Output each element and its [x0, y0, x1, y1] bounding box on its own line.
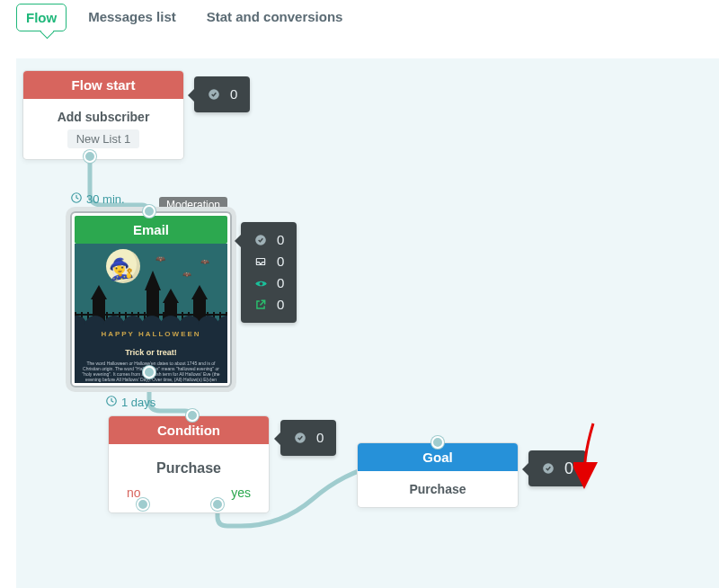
node-email-title: Email — [75, 216, 227, 244]
check-circle-icon — [541, 462, 555, 475]
port-flow-start-out[interactable] — [84, 150, 96, 163]
node-flow-start-title: Flow start — [23, 71, 183, 99]
delay-condition-label: 1 days — [121, 396, 155, 409]
node-goal[interactable]: Goal Purchase — [358, 443, 518, 507]
condition-no-label: no — [127, 486, 141, 500]
delay-email: 30 min. — [70, 192, 125, 207]
stats-condition-count: 0 — [316, 427, 324, 449]
flow-start-list-chip: New List 1 — [67, 129, 140, 148]
stats-flow-start-count: 0 — [230, 84, 237, 105]
node-goal-body: Purchase — [358, 471, 518, 507]
port-goal-in[interactable] — [431, 436, 444, 449]
node-condition-body: Purchase — [109, 444, 269, 482]
node-flow-start[interactable]: Flow start Add subscriber New List 1 — [23, 71, 183, 159]
witch-icon: 🧙‍♀️ — [107, 255, 134, 282]
bat-icon: 🦇 — [182, 271, 191, 279]
email-thumbnail: 🧙‍♀️ 🦇 🦇 🦇 HAPPY HALLOWEEN Trick or trea… — [75, 244, 227, 383]
stats-goal-count: 0 — [564, 458, 573, 479]
svg-point-4 — [259, 281, 262, 285]
check-circle-icon — [293, 432, 307, 444]
condition-label: Purchase — [120, 460, 258, 477]
goal-label: Purchase — [370, 482, 505, 496]
inbox-icon — [253, 255, 268, 268]
delay-condition: 1 days — [105, 395, 155, 410]
flow-start-action: Add subscriber — [36, 110, 171, 124]
moderation-tag: Moderation — [159, 197, 227, 213]
port-condition-yes[interactable] — [211, 498, 224, 511]
condition-footer: no yes — [109, 482, 269, 512]
port-email-in[interactable] — [143, 205, 155, 218]
port-condition-in[interactable] — [186, 409, 199, 422]
tab-flow[interactable]: Flow — [16, 4, 67, 31]
port-condition-no[interactable] — [137, 498, 149, 511]
stats-email: 0 0 0 0 — [241, 222, 297, 323]
check-circle-icon — [207, 88, 221, 101]
email-thumb-banner: HAPPY HALLOWEEN — [75, 330, 227, 338]
bat-icon: 🦇 — [155, 254, 165, 263]
stats-condition: 0 — [280, 420, 336, 456]
stats-flow-start: 0 — [194, 76, 250, 112]
stats-email-opened: 0 — [277, 272, 284, 294]
flow-canvas[interactable]: Flow start Add subscriber New List 1 0 3… — [16, 58, 719, 588]
port-email-out[interactable] — [143, 366, 155, 379]
clock-icon — [105, 395, 118, 410]
tabs-bar: Flow Messages list Stat and conversions — [0, 0, 728, 40]
node-condition[interactable]: Condition Purchase no yes — [109, 416, 269, 512]
condition-yes-label: yes — [231, 486, 251, 500]
stats-email-sent: 0 — [277, 229, 284, 251]
stats-email-delivered: 0 — [277, 251, 284, 272]
email-thumb-title: Trick or treat! — [75, 348, 227, 357]
node-flow-start-body: Add subscriber New List 1 — [23, 99, 183, 159]
delay-email-label: 30 min. — [86, 192, 125, 206]
annotation-arrow-icon — [573, 422, 609, 494]
tab-stat-conversions[interactable]: Stat and conversions — [198, 4, 352, 30]
node-email[interactable]: Email 🧙‍♀️ 🦇 🦇 🦇 HAPPY HALLOWEEN Trick — [72, 213, 230, 386]
clock-icon — [70, 192, 83, 207]
external-link-icon — [253, 298, 268, 311]
eye-icon — [253, 277, 268, 290]
check-circle-icon — [253, 234, 268, 246]
stats-email-clicked: 0 — [277, 294, 284, 316]
bat-icon: 🦇 — [200, 258, 209, 266]
tab-messages-list[interactable]: Messages list — [79, 4, 185, 30]
